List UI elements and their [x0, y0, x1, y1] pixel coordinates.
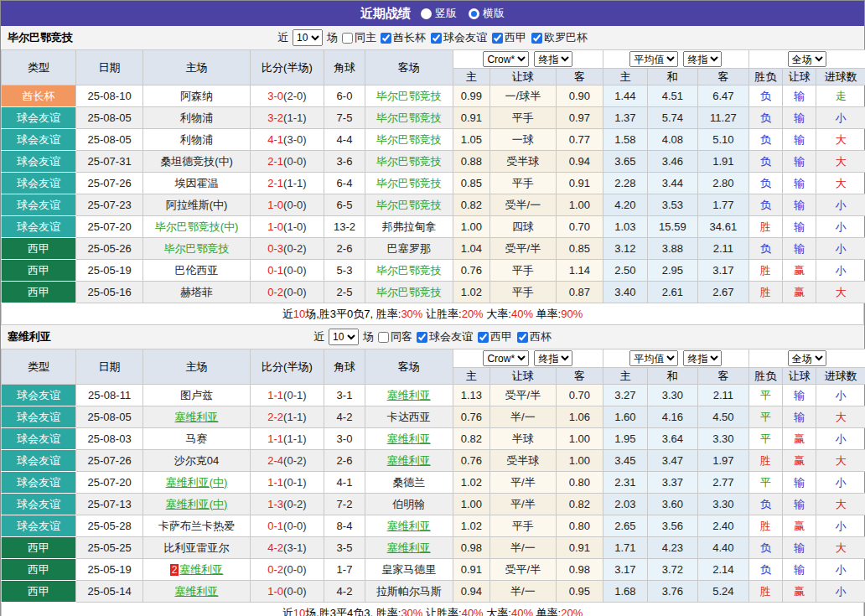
- focus-team-link[interactable]: 毕尔巴鄂竞技: [164, 242, 230, 255]
- avg-draw-odds-cell: 15.59: [647, 216, 698, 238]
- league-badge-cell: 球会友谊: [2, 129, 76, 151]
- avg-away-odds-cell: 3.17: [698, 260, 749, 282]
- summary-part: 近: [282, 308, 293, 320]
- corner-score-cell: 4-2: [324, 406, 365, 428]
- odds-stage-select[interactable]: 终指: [534, 51, 572, 67]
- focus-team-link[interactable]: 毕尔巴鄂竞技(中): [155, 220, 239, 233]
- score-cell-cell: 0-1(0-0): [250, 260, 324, 282]
- odds-provider-select[interactable]: Crow*: [483, 350, 529, 366]
- fulltime-score: 1-1: [267, 432, 283, 445]
- handicap-outcome: 输: [794, 199, 805, 211]
- avg-draw-odds-cell: 3.53: [647, 194, 698, 216]
- league-checkbox[interactable]: [478, 332, 489, 343]
- odds-stage-select[interactable]: 终指: [534, 350, 572, 366]
- recent-count-select[interactable]: 10: [329, 329, 359, 345]
- handicap-line-cell: 半/一: [490, 406, 557, 428]
- odds-away-cell: 0.80: [556, 515, 603, 537]
- corner-score-cell: 4-2: [324, 581, 365, 603]
- league-checkbox[interactable]: [492, 33, 503, 44]
- league-filter[interactable]: 酋长杯: [381, 30, 426, 45]
- league-checkbox[interactable]: [531, 33, 542, 44]
- match-date-cell: 25-08-03: [75, 428, 143, 450]
- focus-team-link[interactable]: 毕尔巴鄂竞技: [376, 264, 442, 277]
- fulltime-select[interactable]: 全场: [788, 350, 826, 366]
- avg-home-odds-cell: 2.50: [603, 260, 647, 282]
- focus-team-link[interactable]: 塞维利亚(中): [166, 498, 228, 510]
- focus-team-link[interactable]: 毕尔巴鄂竞技: [376, 286, 442, 298]
- corner-score-cell: 6-5: [324, 194, 365, 216]
- same-venue-checkbox[interactable]: [378, 332, 389, 343]
- goals-outcome-cell: 小: [816, 260, 865, 282]
- same-venue-checkbox[interactable]: [342, 33, 353, 44]
- avg-select[interactable]: 平均值: [629, 51, 678, 67]
- fulltime-select[interactable]: 全场: [788, 51, 826, 67]
- focus-team-link[interactable]: 塞维利亚: [387, 389, 431, 401]
- odds-home-cell: 1.05: [453, 129, 489, 151]
- goals-outcome-cell: 大: [816, 129, 865, 151]
- away-team-cell-cell: 毕尔巴鄂竞技: [365, 282, 453, 303]
- focus-team-link[interactable]: 塞维利亚: [175, 585, 219, 598]
- focus-team-link[interactable]: 塞维利亚: [387, 432, 431, 445]
- recent-count-select[interactable]: 10: [293, 29, 323, 46]
- fulltime-score: 4-1: [267, 133, 283, 146]
- avg-stage-select[interactable]: 终指: [683, 350, 722, 366]
- avg-draw-odds-cell: 2.95: [647, 260, 698, 282]
- odds-provider-select[interactable]: Crow*: [483, 51, 529, 67]
- col-avg-away: 客: [698, 368, 749, 385]
- layout-radio-horizontal[interactable]: 横版: [469, 6, 505, 21]
- col-avg-draw: 和: [647, 368, 698, 385]
- handicap-line-cell: 受平/半: [490, 238, 557, 260]
- league-checkbox[interactable]: [417, 332, 427, 343]
- match-date-cell: 25-05-19: [75, 260, 143, 282]
- same-venue-filter[interactable]: 同客: [378, 329, 412, 344]
- halftime-score: (0-0): [283, 585, 306, 598]
- focus-team-link[interactable]: 毕尔巴鄂竞技: [376, 177, 442, 189]
- result-outcome: 平: [760, 389, 771, 401]
- same-venue-filter[interactable]: 同主: [342, 30, 376, 45]
- focus-team-link[interactable]: 毕尔巴鄂竞技: [376, 155, 442, 168]
- col-away: 客场: [365, 349, 453, 385]
- league-filter[interactable]: 欧罗巴杯: [531, 30, 588, 45]
- league-filter[interactable]: 球会友谊: [417, 329, 473, 344]
- focus-team-link[interactable]: 毕尔巴鄂竞技: [376, 111, 442, 124]
- focus-team-link[interactable]: 塞维利亚: [387, 454, 431, 467]
- league-badge-cell: 球会友谊: [2, 385, 76, 406]
- handicap-line-cell: 受平/半: [490, 385, 557, 406]
- goals-outcome: 小: [836, 432, 847, 445]
- league-checkbox[interactable]: [517, 332, 528, 343]
- league-checkbox[interactable]: [431, 33, 442, 44]
- avg-select[interactable]: 平均值: [629, 350, 678, 366]
- score-cell-cell: 3-2(1-1): [250, 107, 324, 129]
- focus-team-link[interactable]: 塞维利亚: [179, 563, 223, 576]
- focus-team-link[interactable]: 塞维利亚: [387, 541, 431, 554]
- away-team-cell-cell: 塞维利亚: [365, 385, 453, 406]
- avg-stage-select[interactable]: 终指: [683, 51, 722, 67]
- col-date: 日期: [75, 349, 143, 385]
- handicap-outcome: 输: [794, 177, 805, 189]
- match-row: 球会友谊25-07-23阿拉维斯(中)1-0(0-0)6-5毕尔巴鄂竞技0.82…: [2, 194, 865, 216]
- league-filter[interactable]: 西甲: [478, 329, 512, 344]
- result-outcome: 负: [760, 541, 771, 554]
- fulltime-select-group: 全场: [748, 349, 865, 368]
- league-checkbox[interactable]: [381, 33, 391, 44]
- league-filter[interactable]: 球会友谊: [431, 30, 487, 45]
- home-team-cell-cell: 塞维利亚: [143, 581, 250, 603]
- league-filter[interactable]: 西杯: [517, 329, 552, 344]
- league-filter[interactable]: 西甲: [492, 30, 526, 45]
- handicap-line-cell: 一球: [490, 129, 557, 151]
- focus-team-link[interactable]: 塞维利亚: [175, 411, 219, 423]
- avg-select-group: 平均值终指: [603, 349, 748, 368]
- match-row: 球会友谊25-08-05利物浦3-2(1-1)7-5毕尔巴鄂竞技0.91平手0.…: [2, 107, 865, 129]
- match-date-cell: 25-07-13: [75, 494, 143, 515]
- halftime-score: (1-1): [283, 177, 306, 189]
- odds-home-cell: 0.76: [453, 406, 489, 428]
- summary-part: 大率:: [484, 308, 511, 320]
- layout-radio-vertical[interactable]: 竖版: [421, 6, 457, 21]
- summary-part: 单率:: [533, 607, 561, 616]
- focus-team-link[interactable]: 塞维利亚: [387, 520, 431, 532]
- focus-team-link[interactable]: 毕尔巴鄂竞技: [376, 133, 442, 146]
- score-cell-cell: 1-1(1-1): [250, 428, 324, 450]
- focus-team-link[interactable]: 毕尔巴鄂竞技: [376, 90, 442, 102]
- focus-team-link[interactable]: 毕尔巴鄂竞技: [376, 199, 442, 211]
- focus-team-link[interactable]: 塞维利亚(中): [166, 476, 228, 489]
